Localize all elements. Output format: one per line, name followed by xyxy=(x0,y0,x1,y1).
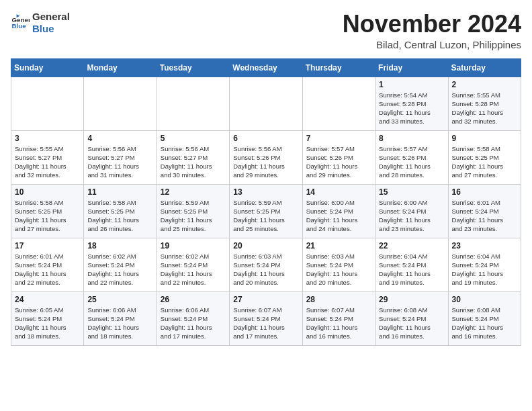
day-number: 19 xyxy=(161,241,226,250)
calendar-cell: 7Sunrise: 5:57 AM Sunset: 5:26 PM Daylig… xyxy=(302,130,375,184)
day-number: 21 xyxy=(306,241,371,250)
day-header-monday: Monday xyxy=(84,58,157,77)
calendar-cell xyxy=(302,77,375,130)
day-info: Sunrise: 6:02 AM Sunset: 5:24 PM Dayligh… xyxy=(161,252,226,287)
day-number: 29 xyxy=(379,295,444,304)
calendar-cell: 8Sunrise: 5:57 AM Sunset: 5:26 PM Daylig… xyxy=(375,130,448,184)
calendar-cell: 24Sunrise: 6:05 AM Sunset: 5:24 PM Dayli… xyxy=(11,291,84,345)
calendar-cell: 18Sunrise: 6:02 AM Sunset: 5:24 PM Dayli… xyxy=(84,238,157,291)
calendar-cell: 26Sunrise: 6:06 AM Sunset: 5:24 PM Dayli… xyxy=(157,291,229,345)
calendar-cell: 23Sunrise: 6:04 AM Sunset: 5:24 PM Dayli… xyxy=(448,238,521,291)
day-number: 7 xyxy=(306,134,371,143)
calendar-cell: 20Sunrise: 6:03 AM Sunset: 5:24 PM Dayli… xyxy=(230,238,302,291)
day-info: Sunrise: 6:08 AM Sunset: 5:24 PM Dayligh… xyxy=(379,306,444,341)
day-info: Sunrise: 6:06 AM Sunset: 5:24 PM Dayligh… xyxy=(161,306,226,341)
day-info: Sunrise: 6:00 AM Sunset: 5:24 PM Dayligh… xyxy=(379,198,444,234)
day-header-saturday: Saturday xyxy=(448,58,521,77)
day-number: 25 xyxy=(87,295,152,304)
day-number: 28 xyxy=(306,295,371,304)
calendar-week-4: 17Sunrise: 6:01 AM Sunset: 5:24 PM Dayli… xyxy=(11,238,521,291)
day-number: 8 xyxy=(379,134,444,143)
calendar-cell: 16Sunrise: 6:01 AM Sunset: 5:24 PM Dayli… xyxy=(448,184,521,238)
day-info: Sunrise: 6:01 AM Sunset: 5:24 PM Dayligh… xyxy=(15,252,80,287)
day-number: 9 xyxy=(452,134,517,143)
page-header: General Blue General Blue November 2024 … xyxy=(11,11,521,50)
day-number: 15 xyxy=(379,187,444,197)
day-number: 11 xyxy=(87,187,152,197)
day-number: 1 xyxy=(379,80,444,89)
day-info: Sunrise: 5:55 AM Sunset: 5:28 PM Dayligh… xyxy=(452,91,517,126)
location-text: Bilad, Central Luzon, Philippines xyxy=(343,39,521,50)
day-header-thursday: Thursday xyxy=(302,58,375,77)
calendar-cell xyxy=(157,77,229,130)
calendar-cell xyxy=(230,77,302,130)
day-number: 14 xyxy=(306,187,371,197)
day-header-friday: Friday xyxy=(375,58,448,77)
calendar-cell: 3Sunrise: 5:55 AM Sunset: 5:27 PM Daylig… xyxy=(11,130,84,184)
title-block: November 2024 Bilad, Central Luzon, Phil… xyxy=(343,11,521,50)
day-number: 12 xyxy=(161,187,226,197)
day-header-wednesday: Wednesday xyxy=(230,58,302,77)
calendar-cell: 2Sunrise: 5:55 AM Sunset: 5:28 PM Daylig… xyxy=(448,77,521,130)
day-info: Sunrise: 6:07 AM Sunset: 5:24 PM Dayligh… xyxy=(306,306,371,341)
day-number: 6 xyxy=(233,134,298,143)
day-info: Sunrise: 6:00 AM Sunset: 5:24 PM Dayligh… xyxy=(306,198,371,234)
calendar-cell: 10Sunrise: 5:58 AM Sunset: 5:25 PM Dayli… xyxy=(11,184,84,238)
day-number: 27 xyxy=(233,295,298,304)
month-title: November 2024 xyxy=(343,11,521,38)
calendar-cell: 12Sunrise: 5:59 AM Sunset: 5:25 PM Dayli… xyxy=(157,184,229,238)
day-number: 24 xyxy=(15,295,80,304)
calendar-week-2: 3Sunrise: 5:55 AM Sunset: 5:27 PM Daylig… xyxy=(11,130,521,184)
calendar-cell: 13Sunrise: 5:59 AM Sunset: 5:25 PM Dayli… xyxy=(230,184,302,238)
calendar-cell xyxy=(11,77,84,130)
day-info: Sunrise: 5:56 AM Sunset: 5:27 PM Dayligh… xyxy=(161,144,226,180)
calendar-week-3: 10Sunrise: 5:58 AM Sunset: 5:25 PM Dayli… xyxy=(11,184,521,238)
day-info: Sunrise: 5:58 AM Sunset: 5:25 PM Dayligh… xyxy=(87,198,152,234)
calendar-cell: 14Sunrise: 6:00 AM Sunset: 5:24 PM Dayli… xyxy=(302,184,375,238)
day-number: 10 xyxy=(15,187,80,197)
day-info: Sunrise: 6:06 AM Sunset: 5:24 PM Dayligh… xyxy=(87,306,152,341)
day-info: Sunrise: 6:01 AM Sunset: 5:24 PM Dayligh… xyxy=(452,198,517,234)
logo: General Blue General Blue xyxy=(11,11,70,35)
calendar-cell: 5Sunrise: 5:56 AM Sunset: 5:27 PM Daylig… xyxy=(157,130,229,184)
day-number: 16 xyxy=(452,187,517,197)
day-number: 2 xyxy=(452,80,517,89)
day-info: Sunrise: 6:07 AM Sunset: 5:24 PM Dayligh… xyxy=(233,306,298,341)
calendar-cell xyxy=(84,77,157,130)
day-info: Sunrise: 5:56 AM Sunset: 5:26 PM Dayligh… xyxy=(233,144,298,180)
day-number: 3 xyxy=(15,134,80,143)
calendar-cell: 28Sunrise: 6:07 AM Sunset: 5:24 PM Dayli… xyxy=(302,291,375,345)
calendar-cell: 11Sunrise: 5:58 AM Sunset: 5:25 PM Dayli… xyxy=(84,184,157,238)
calendar-cell: 21Sunrise: 6:03 AM Sunset: 5:24 PM Dayli… xyxy=(302,238,375,291)
day-info: Sunrise: 6:04 AM Sunset: 5:24 PM Dayligh… xyxy=(452,252,517,287)
calendar-cell: 25Sunrise: 6:06 AM Sunset: 5:24 PM Dayli… xyxy=(84,291,157,345)
calendar-cell: 9Sunrise: 5:58 AM Sunset: 5:25 PM Daylig… xyxy=(448,130,521,184)
calendar-cell: 6Sunrise: 5:56 AM Sunset: 5:26 PM Daylig… xyxy=(230,130,302,184)
day-headers-row: SundayMondayTuesdayWednesdayThursdayFrid… xyxy=(11,58,521,77)
calendar-cell: 1Sunrise: 5:54 AM Sunset: 5:28 PM Daylig… xyxy=(375,77,448,130)
calendar-cell: 22Sunrise: 6:04 AM Sunset: 5:24 PM Dayli… xyxy=(375,238,448,291)
day-number: 5 xyxy=(161,134,226,143)
day-number: 17 xyxy=(15,241,80,250)
day-number: 13 xyxy=(233,187,298,197)
calendar-cell: 4Sunrise: 5:56 AM Sunset: 5:27 PM Daylig… xyxy=(84,130,157,184)
day-info: Sunrise: 5:57 AM Sunset: 5:26 PM Dayligh… xyxy=(379,144,444,180)
day-info: Sunrise: 6:03 AM Sunset: 5:24 PM Dayligh… xyxy=(233,252,298,287)
day-info: Sunrise: 5:59 AM Sunset: 5:25 PM Dayligh… xyxy=(161,198,226,234)
day-number: 20 xyxy=(233,241,298,250)
day-info: Sunrise: 5:55 AM Sunset: 5:27 PM Dayligh… xyxy=(15,144,80,180)
day-number: 18 xyxy=(87,241,152,250)
calendar-week-1: 1Sunrise: 5:54 AM Sunset: 5:28 PM Daylig… xyxy=(11,77,521,130)
calendar-week-5: 24Sunrise: 6:05 AM Sunset: 5:24 PM Dayli… xyxy=(11,291,521,345)
calendar-cell: 27Sunrise: 6:07 AM Sunset: 5:24 PM Dayli… xyxy=(230,291,302,345)
day-info: Sunrise: 5:58 AM Sunset: 5:25 PM Dayligh… xyxy=(15,198,80,234)
day-header-sunday: Sunday xyxy=(11,58,84,77)
day-number: 4 xyxy=(87,134,152,143)
day-info: Sunrise: 5:58 AM Sunset: 5:25 PM Dayligh… xyxy=(452,144,517,180)
day-number: 23 xyxy=(452,241,517,250)
day-header-tuesday: Tuesday xyxy=(157,58,229,77)
logo-general-text: General xyxy=(32,11,70,23)
calendar-cell: 19Sunrise: 6:02 AM Sunset: 5:24 PM Dayli… xyxy=(157,238,229,291)
logo-icon: General Blue xyxy=(11,13,30,32)
calendar-cell: 15Sunrise: 6:00 AM Sunset: 5:24 PM Dayli… xyxy=(375,184,448,238)
